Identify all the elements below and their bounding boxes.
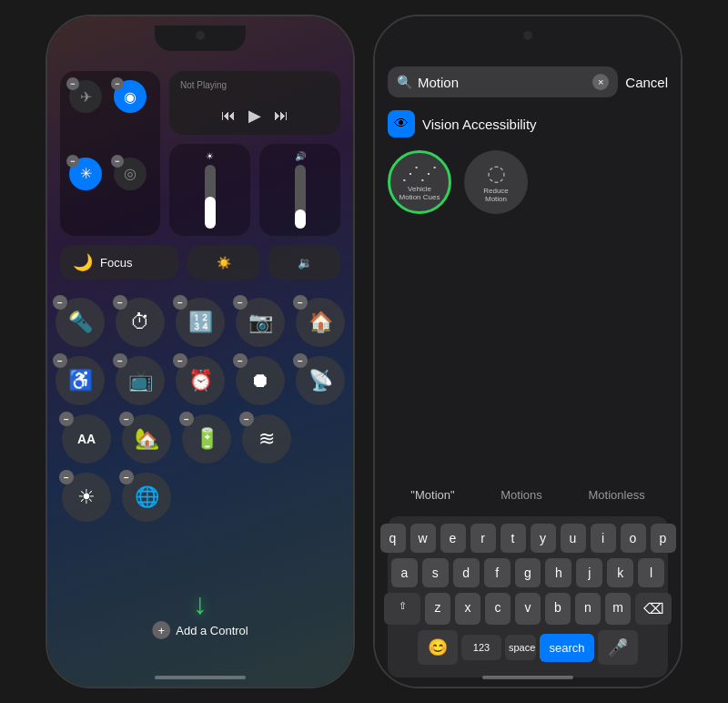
key-o[interactable]: o bbox=[621, 524, 646, 553]
timer-button[interactable]: − ⏱ bbox=[116, 298, 165, 347]
search-input-wrapper[interactable]: 🔍 Motion × bbox=[388, 66, 618, 97]
section-label: Vision Accessibility bbox=[422, 117, 537, 132]
key-l[interactable]: l bbox=[638, 558, 664, 587]
airplane-mode-button[interactable]: − ✈ bbox=[69, 80, 102, 113]
icons-row-1: − 🔦 − ⏱ − 🔢 − 📷 − 🏠 bbox=[60, 298, 340, 347]
calculator-button[interactable]: − 🔢 bbox=[176, 298, 225, 347]
signal-button[interactable]: − 📡 bbox=[296, 356, 345, 405]
key-x[interactable]: x bbox=[455, 593, 480, 625]
reduce-motion-button[interactable]: ◌ ReduceMotion bbox=[464, 150, 528, 214]
wifi-button[interactable]: − ◉ bbox=[114, 80, 147, 113]
phone-search: 🔍 Motion × Cancel 👁 Vision Accessibility… bbox=[373, 15, 682, 688]
display-button[interactable]: − ☀ bbox=[62, 473, 111, 522]
search-clear-button[interactable]: × bbox=[592, 74, 609, 90]
key-w[interactable]: w bbox=[410, 524, 436, 553]
keyboard-row-3: ⇧ z x c v b n m ⌫ bbox=[391, 593, 664, 625]
play-button[interactable]: ▶ bbox=[248, 106, 261, 126]
brightness-tile[interactable]: ☀️ bbox=[187, 245, 259, 280]
space-key[interactable]: space bbox=[505, 635, 536, 660]
vehicle-motion-cues-button[interactable]: ⋰⋰ VehicleMotion Cues bbox=[388, 150, 451, 214]
motion-cues-icon: ⋰⋰ bbox=[401, 162, 438, 184]
speaker-icon: 🔉 bbox=[298, 256, 312, 270]
key-e[interactable]: e bbox=[440, 524, 466, 553]
minus-icon: − bbox=[233, 295, 248, 310]
volume-slider[interactable]: 🔊 bbox=[259, 144, 340, 236]
focus-button[interactable]: 🌙 Focus bbox=[60, 245, 178, 280]
key-k[interactable]: k bbox=[607, 558, 633, 587]
key-s[interactable]: s bbox=[422, 558, 449, 587]
minus-icon: − bbox=[293, 295, 308, 310]
key-r[interactable]: r bbox=[470, 524, 496, 553]
emoji-key[interactable]: 😊 bbox=[418, 630, 458, 665]
vision-accessibility-icon: 👁 bbox=[388, 110, 415, 138]
icons-row-4: − ☀ − 🌐 bbox=[60, 473, 340, 522]
minus-icon: − bbox=[59, 412, 74, 426]
vehicle-motion-label: VehicleMotion Cues bbox=[396, 186, 444, 202]
shift-key[interactable]: ⇧ bbox=[384, 593, 420, 625]
delete-key[interactable]: ⌫ bbox=[635, 593, 672, 625]
cancel-button[interactable]: Cancel bbox=[625, 75, 668, 90]
home-kit-button[interactable]: − 🏠 bbox=[296, 298, 345, 347]
key-v[interactable]: v bbox=[515, 593, 541, 625]
green-arrow-indicator: ↓ bbox=[193, 587, 207, 621]
icons-row-2: − ♿ − 📺 − ⏰ − ⏺ − 📡 bbox=[60, 356, 340, 405]
suggestion-motion-quoted[interactable]: "Motion" bbox=[403, 484, 461, 505]
key-t[interactable]: t bbox=[500, 524, 526, 553]
cellular-button[interactable]: − ◎ bbox=[114, 158, 147, 190]
flashlight-button[interactable]: − 🔦 bbox=[56, 298, 105, 347]
battery-button[interactable]: − 🔋 bbox=[182, 414, 231, 464]
prev-button[interactable]: ⏮ bbox=[221, 107, 236, 124]
minus-icon: − bbox=[53, 353, 67, 368]
key-d[interactable]: d bbox=[453, 558, 480, 587]
key-c[interactable]: c bbox=[485, 593, 511, 625]
key-h[interactable]: h bbox=[545, 558, 571, 587]
add-control-row[interactable]: + Add a Control bbox=[152, 621, 248, 639]
phone-notch bbox=[482, 25, 573, 51]
search-input[interactable]: Motion bbox=[418, 75, 587, 90]
home-button[interactable]: − 🏡 bbox=[122, 414, 171, 464]
key-y[interactable]: y bbox=[531, 524, 556, 553]
mic-key[interactable]: 🎤 bbox=[598, 630, 638, 665]
camera-button[interactable]: − 📷 bbox=[236, 298, 285, 347]
key-z[interactable]: z bbox=[425, 593, 450, 625]
globe-button[interactable]: − 🌐 bbox=[122, 473, 171, 522]
suggestion-motions[interactable]: Motions bbox=[493, 484, 550, 505]
keyboard-row-4: 😊 123 space search 🎤 bbox=[391, 630, 664, 665]
keyboard-row-1: q w e r t y u i o p bbox=[391, 524, 664, 553]
key-b[interactable]: b bbox=[545, 593, 571, 625]
power-button[interactable] bbox=[681, 144, 682, 199]
reduce-motion-item[interactable]: ◌ ReduceMotion bbox=[464, 150, 528, 214]
brightness-slider[interactable]: ☀ bbox=[169, 144, 250, 236]
suggestion-motionless[interactable]: Motionless bbox=[581, 484, 652, 505]
key-g[interactable]: g bbox=[515, 558, 541, 587]
search-key[interactable]: search bbox=[540, 634, 594, 662]
clock-button[interactable]: − ⏰ bbox=[176, 356, 225, 405]
next-button[interactable]: ⏭ bbox=[274, 107, 288, 124]
key-p[interactable]: p bbox=[651, 524, 676, 553]
section-header: 👁 Vision Accessibility bbox=[388, 110, 668, 138]
key-j[interactable]: j bbox=[576, 558, 602, 587]
key-u[interactable]: u bbox=[561, 524, 586, 553]
reduce-motion-label: ReduceMotion bbox=[480, 188, 512, 204]
bluetooth-button[interactable]: − ✳ bbox=[69, 158, 102, 190]
key-q[interactable]: q bbox=[380, 524, 406, 553]
accessibility-button[interactable]: − ♿ bbox=[56, 356, 105, 405]
key-n[interactable]: n bbox=[575, 593, 601, 625]
minus-icon: − bbox=[179, 412, 194, 426]
power-button[interactable] bbox=[353, 144, 355, 199]
home-indicator bbox=[155, 676, 246, 679]
remote-button[interactable]: − 📺 bbox=[116, 356, 165, 405]
num-key[interactable]: 123 bbox=[461, 635, 501, 660]
sound-button[interactable]: − ≋ bbox=[242, 414, 291, 464]
vehicle-motion-cues-item[interactable]: ⋰⋰ VehicleMotion Cues bbox=[388, 150, 451, 214]
record-button[interactable]: − ⏺ bbox=[236, 356, 285, 405]
reduce-motion-icon: ◌ bbox=[487, 160, 506, 186]
text-size-button[interactable]: − AA bbox=[62, 414, 111, 464]
key-a[interactable]: a bbox=[391, 558, 418, 587]
volume-tile[interactable]: 🔉 bbox=[268, 245, 340, 280]
key-i[interactable]: i bbox=[591, 524, 616, 553]
icons-row-3: − AA − 🏡 − 🔋 − ≋ bbox=[60, 414, 340, 464]
phone-notch bbox=[155, 25, 246, 51]
key-f[interactable]: f bbox=[484, 558, 511, 587]
key-m[interactable]: m bbox=[605, 593, 631, 625]
